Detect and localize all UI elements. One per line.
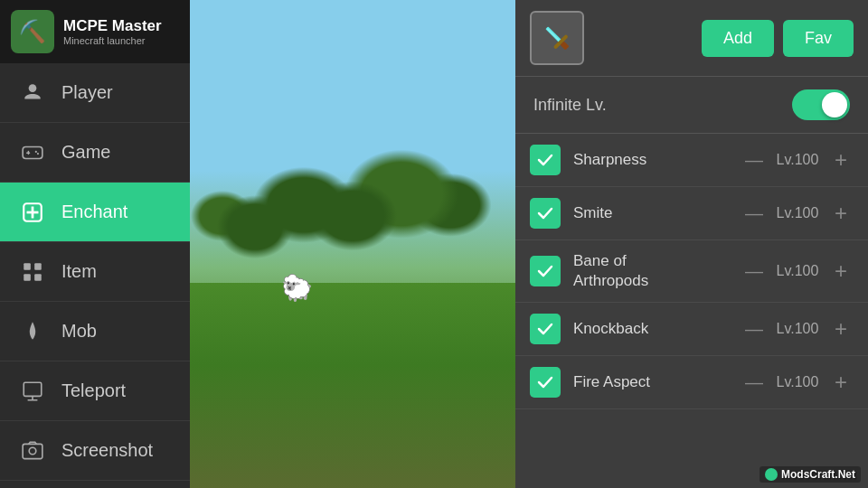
svg-rect-9	[24, 263, 31, 270]
svg-point-5	[37, 153, 39, 155]
sidebar-item-screenshot[interactable]: Screenshot	[0, 421, 190, 481]
svg-point-15	[29, 447, 36, 455]
app-icon: ⛏️	[11, 10, 54, 53]
fav-button[interactable]: Fav	[783, 20, 854, 57]
enchant-list: Sharpness — Lv.100 + Smite — Lv.100 +	[515, 134, 868, 488]
header-buttons: Add Fav	[702, 20, 854, 57]
enchant-icon	[18, 198, 47, 227]
enchant-name-bane: Bane ofArthropods	[573, 251, 729, 291]
sidebar-item-mob-label: Mob	[61, 321, 97, 342]
screenshot-icon	[18, 436, 47, 465]
sidebar-item-game[interactable]: Game	[0, 123, 190, 183]
sidebar-item-player[interactable]: Player	[0, 63, 190, 123]
mob-icon	[18, 317, 47, 346]
enchant-row-fire-aspect: Fire Aspect — Lv.100 +	[515, 356, 868, 409]
svg-point-0	[29, 84, 37, 92]
mc-sheep: 🐑	[281, 273, 313, 303]
enchant-checkbox-fire-aspect[interactable]	[530, 367, 561, 398]
app-subtitle: Minecraft launcher	[63, 35, 162, 46]
enchant-name-knockback: Knockback	[573, 320, 729, 338]
svg-rect-12	[34, 274, 42, 281]
sidebar-item-screenshot-label: Screenshot	[61, 440, 153, 461]
enchant-checkbox-bane[interactable]	[530, 256, 561, 286]
enchant-name-smite: Smite	[573, 204, 729, 222]
infinite-toggle[interactable]	[792, 89, 850, 120]
sidebar-item-item-label: Item	[61, 261, 97, 282]
infinite-level-label: Infinite Lv.	[533, 96, 607, 115]
enchant-row-bane: Bane ofArthropods — Lv.100 +	[515, 240, 868, 303]
level-value-knockback: Lv.100	[774, 321, 821, 337]
main-content: 🐑 Add Fav	[190, 0, 868, 488]
enchant-level-bane: — Lv.100 +	[741, 258, 854, 284]
minus-sharpness[interactable]: —	[741, 147, 767, 173]
level-value-sharpness: Lv.100	[774, 152, 821, 168]
app-header: ⛏️ MCPE Master Minecraft launcher	[0, 0, 190, 63]
svg-rect-10	[34, 263, 42, 270]
enchant-name-sharpness: Sharpness	[573, 151, 729, 169]
level-value-bane: Lv.100	[774, 263, 821, 279]
sidebar-item-item[interactable]: Item	[0, 242, 190, 302]
plus-fire-aspect[interactable]: +	[828, 370, 854, 395]
svg-rect-11	[24, 274, 31, 281]
plus-smite[interactable]: +	[828, 201, 854, 226]
enchant-level-knockback: — Lv.100 +	[741, 316, 854, 342]
enchant-level-fire-aspect: — Lv.100 +	[741, 370, 854, 395]
right-panel: Add Fav Infinite Lv. Sharpness — Lv.100	[515, 0, 868, 488]
level-value-smite: Lv.100	[774, 205, 821, 221]
teleport-icon	[18, 377, 47, 406]
item-icon	[18, 258, 47, 286]
plus-bane[interactable]: +	[828, 258, 854, 284]
mc-background: 🐑	[190, 0, 515, 488]
watermark-globe-icon	[765, 468, 778, 481]
watermark: ModsCraft.Net	[760, 466, 861, 483]
toggle-knob	[822, 92, 847, 117]
level-value-fire-aspect: Lv.100	[774, 374, 821, 390]
sidebar-item-game-label: Game	[61, 142, 110, 163]
svg-rect-1	[23, 146, 42, 158]
enchant-row-sharpness: Sharpness — Lv.100 +	[515, 134, 868, 187]
player-icon	[18, 79, 47, 108]
enchant-checkbox-knockback[interactable]	[530, 314, 561, 344]
enchant-row-smite: Smite — Lv.100 +	[515, 187, 868, 240]
svg-point-4	[35, 150, 37, 152]
sidebar: ⛏️ MCPE Master Minecraft launcher Player…	[0, 0, 190, 488]
plus-sharpness[interactable]: +	[828, 147, 854, 173]
sidebar-item-enchant-label: Enchant	[61, 202, 127, 222]
enchant-name-fire-aspect: Fire Aspect	[573, 373, 729, 391]
panel-header: Add Fav	[515, 0, 868, 77]
sidebar-item-enchant[interactable]: Enchant	[0, 183, 190, 242]
enchant-checkbox-sharpness[interactable]	[530, 145, 561, 175]
game-icon	[18, 138, 47, 167]
enchant-level-smite: — Lv.100 +	[741, 201, 854, 226]
plus-knockback[interactable]: +	[828, 316, 854, 342]
infinite-level-row: Infinite Lv.	[515, 77, 868, 134]
watermark-text: ModsCraft.Net	[781, 468, 855, 481]
sword-icon-box	[530, 11, 584, 65]
svg-rect-19	[547, 28, 560, 41]
minus-fire-aspect[interactable]: —	[741, 370, 767, 395]
sidebar-item-teleport-label: Teleport	[61, 380, 126, 401]
svg-rect-3	[26, 152, 30, 154]
svg-rect-14	[23, 444, 42, 458]
minus-smite[interactable]: —	[741, 201, 767, 226]
enchant-row-knockback: Knockback — Lv.100 +	[515, 303, 868, 356]
enchant-level-sharpness: — Lv.100 +	[741, 147, 854, 173]
enchant-checkbox-smite[interactable]	[530, 198, 561, 229]
svg-rect-13	[24, 382, 42, 396]
minus-bane[interactable]: —	[741, 258, 767, 284]
sidebar-item-teleport[interactable]: Teleport	[0, 361, 190, 421]
minus-knockback[interactable]: —	[741, 316, 767, 342]
app-title: MCPE Master	[63, 17, 162, 35]
app-title-block: MCPE Master Minecraft launcher	[63, 17, 162, 46]
sidebar-item-player-label: Player	[61, 82, 113, 103]
sidebar-item-mob[interactable]: Mob	[0, 302, 190, 361]
add-button[interactable]: Add	[702, 20, 774, 57]
